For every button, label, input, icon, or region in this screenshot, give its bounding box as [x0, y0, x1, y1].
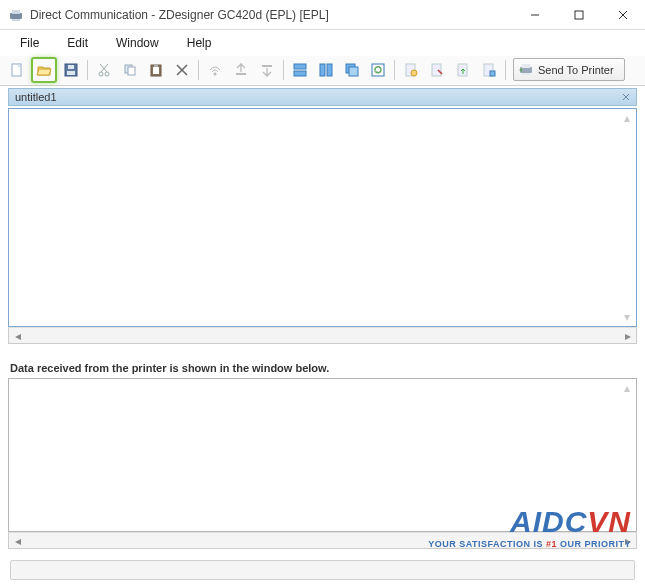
connect-button[interactable] — [203, 58, 227, 82]
scroll-down-icon[interactable]: ▾ — [620, 515, 634, 529]
document-tab[interactable]: untitled1 — [8, 88, 637, 106]
new-doc-button[interactable] — [5, 58, 29, 82]
scroll-up-icon[interactable]: ▴ — [620, 111, 634, 125]
separator — [394, 60, 395, 80]
doc-action-2-button[interactable] — [425, 58, 449, 82]
scroll-right-icon[interactable]: ▸ — [619, 328, 636, 343]
window-controls — [513, 0, 645, 30]
menu-file[interactable]: File — [8, 32, 51, 54]
received-horizontal-scrollbar[interactable]: ◂ ▸ — [8, 532, 637, 549]
app-icon — [8, 7, 24, 23]
svg-rect-34 — [432, 64, 441, 76]
svg-point-33 — [411, 70, 417, 76]
svg-rect-4 — [575, 11, 583, 19]
query-button[interactable] — [229, 58, 253, 82]
svg-rect-16 — [128, 67, 135, 75]
document-tab-label: untitled1 — [15, 91, 57, 103]
send-to-printer-label: Send To Printer — [538, 64, 614, 76]
menu-help[interactable]: Help — [175, 32, 224, 54]
scroll-left-icon[interactable]: ◂ — [9, 328, 26, 343]
editor-container: ▴ ▾ — [8, 108, 637, 327]
svg-rect-26 — [294, 71, 306, 76]
svg-rect-28 — [327, 64, 332, 76]
received-container: ▴ ▾ — [8, 378, 637, 532]
doc-action-3-button[interactable] — [451, 58, 475, 82]
svg-rect-19 — [154, 64, 158, 67]
separator — [87, 60, 88, 80]
menubar: File Edit Window Help — [0, 30, 645, 56]
received-textarea[interactable]: ▴ ▾ — [8, 378, 637, 532]
separator — [198, 60, 199, 80]
window-title: Direct Communication - ZDesigner GC420d … — [30, 8, 513, 22]
close-button[interactable] — [601, 0, 645, 30]
menu-edit[interactable]: Edit — [55, 32, 100, 54]
scroll-right-icon[interactable]: ▸ — [619, 533, 636, 548]
svg-rect-18 — [153, 67, 159, 74]
svg-rect-31 — [372, 64, 384, 76]
svg-rect-40 — [522, 73, 530, 75]
tile-vertical-button[interactable] — [314, 58, 338, 82]
svg-rect-2 — [12, 19, 20, 21]
svg-line-14 — [100, 64, 107, 72]
separator — [505, 60, 506, 80]
svg-rect-9 — [68, 65, 74, 69]
titlebar: Direct Communication - ZDesigner GC420d … — [0, 0, 645, 30]
svg-point-12 — [105, 72, 109, 76]
printer-icon — [518, 61, 534, 79]
svg-rect-1 — [12, 10, 20, 14]
received-vertical-scrollbar[interactable]: ▴ ▾ — [620, 381, 634, 529]
doc-action-4-button[interactable] — [477, 58, 501, 82]
svg-rect-23 — [236, 73, 246, 75]
svg-point-11 — [99, 72, 103, 76]
tile-horizontal-button[interactable] — [288, 58, 312, 82]
scroll-down-icon[interactable]: ▾ — [620, 310, 634, 324]
open-doc-button[interactable] — [31, 57, 57, 83]
status-bar — [10, 560, 635, 580]
svg-rect-25 — [294, 64, 306, 69]
send-to-printer-button[interactable]: Send To Printer — [513, 58, 625, 81]
paste-button[interactable] — [144, 58, 168, 82]
editor-horizontal-scrollbar[interactable]: ◂ ▸ — [8, 327, 637, 344]
separator — [283, 60, 284, 80]
cut-button[interactable] — [92, 58, 116, 82]
svg-rect-37 — [490, 71, 495, 76]
maximize-button[interactable] — [557, 0, 601, 30]
document-tab-close-icon[interactable] — [620, 91, 632, 103]
received-data-label: Data received from the printer is shown … — [0, 360, 645, 378]
svg-rect-10 — [67, 71, 75, 75]
refresh-button[interactable] — [366, 58, 390, 82]
save-button[interactable] — [59, 58, 83, 82]
editor-vertical-scrollbar[interactable]: ▴ ▾ — [620, 111, 634, 324]
cascade-button[interactable] — [340, 58, 364, 82]
stop-button[interactable] — [255, 58, 279, 82]
svg-rect-30 — [349, 67, 358, 76]
svg-rect-27 — [320, 64, 325, 76]
minimize-button[interactable] — [513, 0, 557, 30]
svg-point-22 — [214, 72, 217, 75]
svg-rect-39 — [522, 64, 530, 68]
menu-window[interactable]: Window — [104, 32, 171, 54]
delete-button[interactable] — [170, 58, 194, 82]
scroll-left-icon[interactable]: ◂ — [9, 533, 26, 548]
editor-textarea[interactable]: ▴ ▾ — [8, 108, 637, 327]
doc-action-1-button[interactable] — [399, 58, 423, 82]
svg-rect-24 — [262, 65, 272, 67]
svg-line-13 — [101, 64, 108, 72]
copy-button[interactable] — [118, 58, 142, 82]
toolbar: Send To Printer — [0, 56, 645, 86]
scroll-up-icon[interactable]: ▴ — [620, 381, 634, 395]
